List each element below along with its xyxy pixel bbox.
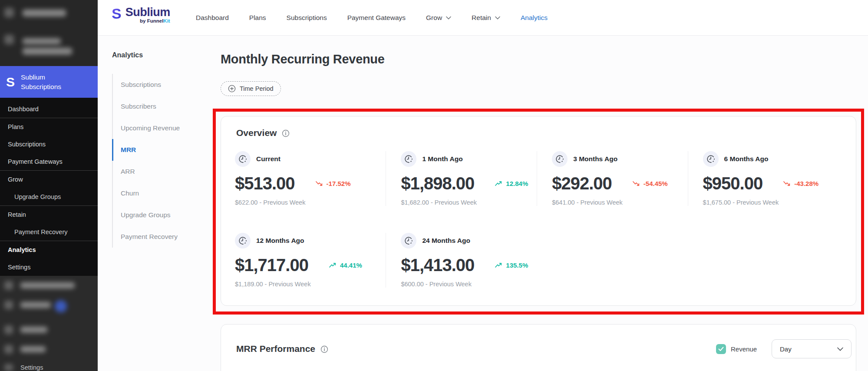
redacted-menu-label: [20, 346, 46, 352]
sidenav-item-subscribers[interactable]: Subscribers: [113, 96, 203, 117]
stat-label: Current: [256, 155, 281, 163]
trend-down-arrow-icon: [632, 180, 640, 187]
redacted-menu-label: [20, 282, 75, 288]
tab-grow[interactable]: Grow: [426, 14, 451, 22]
clock-icon: [552, 151, 568, 167]
sublium-logo-icon: S: [112, 6, 122, 21]
tab-analytics[interactable]: Analytics: [521, 14, 548, 22]
sidebar-item-retain[interactable]: Retain: [0, 206, 98, 223]
sidebar-item-analytics[interactable]: Analytics: [0, 241, 98, 258]
sidebar-item-grow[interactable]: Grow: [0, 171, 98, 188]
redacted-menu-label: [20, 327, 47, 333]
sidenav-item-subscriptions[interactable]: Subscriptions: [113, 74, 203, 96]
stat-previous: $622.00 - Previous Week: [235, 199, 377, 206]
time-period-button[interactable]: Time Period: [221, 81, 281, 96]
overview-stats-row-2: 12 Months Ago $1,717.00 44.41% $1,189.00…: [221, 233, 856, 288]
time-period-label: Time Period: [240, 85, 274, 92]
settings-icon: [4, 364, 13, 371]
sublium-logo-icon: S: [6, 75, 21, 89]
redacted-menu-label: [23, 10, 66, 17]
sidebar-item-settings[interactable]: Settings: [0, 258, 98, 276]
wp-sidebar-top-section: [0, 0, 98, 66]
sidenav-item-payment-recovery[interactable]: Payment Recovery: [113, 226, 203, 248]
tab-dashboard[interactable]: Dashboard: [196, 14, 229, 22]
trend-percent: -54.45%: [644, 180, 668, 187]
brand-logo: S Sublium by FunnelKit: [112, 6, 170, 24]
trend-down-indicator: -43.28%: [782, 180, 818, 187]
top-navigation: Dashboard Plans Subscriptions Payment Ga…: [196, 0, 548, 35]
clock-icon: [235, 151, 251, 167]
sidenav-item-upgrade-groups[interactable]: Upgrade Groups: [113, 204, 203, 226]
brand-name: Sublium: [125, 6, 170, 18]
analytics-side-nav: Subscriptions Subscribers Upcoming Reven…: [112, 74, 203, 248]
sidebar-item-payment-gateways[interactable]: Payment Gateways: [0, 153, 98, 170]
trend-down-arrow-icon: [782, 180, 791, 187]
info-icon[interactable]: [320, 345, 328, 353]
stat-3-months-ago: 3 Months Ago $292.00 -54.45% $641.00 - P…: [537, 151, 687, 206]
tab-payment-gateways[interactable]: Payment Gateways: [347, 14, 406, 22]
stat-previous: $600.00 - Previous Week: [401, 281, 528, 288]
app-window: S Sublium Subscriptions Dashboard Plans …: [0, 0, 868, 371]
content-area: Analytics Subscriptions Subscribers Upco…: [98, 36, 868, 371]
trend-down-arrow-icon: [315, 180, 323, 187]
trend-percent: 12.84%: [506, 180, 528, 187]
tab-retain[interactable]: Retain: [472, 14, 500, 22]
redacted-menu-icon: [4, 345, 13, 354]
redacted-menu-icon: [4, 8, 14, 17]
redacted-menu-icon: [4, 325, 13, 334]
stat-value: $292.00: [552, 174, 612, 193]
trend-up-indicator: 44.41%: [328, 262, 362, 269]
wp-sidebar-bottom-section: Settings: [0, 276, 98, 371]
clock-icon: [703, 151, 719, 167]
check-icon: [718, 347, 724, 351]
sidebar-item-dashboard[interactable]: Dashboard: [0, 100, 98, 118]
trend-percent: -17.52%: [327, 180, 351, 187]
trend-up-arrow-icon: [494, 180, 503, 187]
sidebar-item-upgrade-groups[interactable]: Upgrade Groups: [0, 188, 98, 205]
stat-12-months-ago: 12 Months Ago $1,717.00 44.41% $1,189.00…: [235, 233, 386, 288]
trend-percent: 44.41%: [340, 262, 362, 269]
sidebar-item-subscriptions[interactable]: Subscriptions: [0, 136, 98, 153]
stat-previous: $1,682.00 - Previous Week: [401, 199, 528, 206]
plus-circle-icon: [228, 85, 236, 93]
chevron-down-icon: [446, 16, 451, 20]
sidenav-item-upcoming-revenue[interactable]: Upcoming Revenue: [113, 117, 203, 139]
stat-value: $1,717.00: [235, 255, 308, 275]
stat-24-months-ago: 24 Months Ago $1,413.00 135.5% $600.00 -…: [386, 233, 537, 288]
stat-value: $513.00: [235, 174, 295, 193]
stat-value: $950.00: [703, 174, 763, 193]
trend-down-indicator: -17.52%: [315, 180, 351, 187]
tab-subscriptions[interactable]: Subscriptions: [287, 14, 327, 22]
stat-previous: $1,189.00 - Previous Week: [235, 281, 377, 288]
clock-icon: [401, 233, 416, 248]
stat-label: 12 Months Ago: [256, 237, 304, 245]
sidenav-item-mrr[interactable]: MRR: [113, 139, 203, 161]
analytics-section-heading: Analytics: [112, 51, 143, 59]
stat-6-months-ago: 6 Months Ago $950.00 -43.28% $1,675.00 -…: [688, 151, 838, 206]
revenue-checkbox[interactable]: [716, 344, 726, 354]
info-icon[interactable]: [282, 129, 290, 137]
sidenav-item-churn[interactable]: Churn: [113, 182, 203, 204]
trend-up-arrow-icon: [328, 262, 337, 268]
tab-plans[interactable]: Plans: [249, 14, 266, 22]
sidebar-item-payment-recovery[interactable]: Payment Recovery: [0, 223, 98, 241]
redacted-menu-icon: [4, 301, 13, 309]
sidebar-item-sublium-subscriptions[interactable]: S Sublium Subscriptions: [0, 66, 98, 98]
mrr-performance-title: MRR Performance: [236, 344, 315, 354]
clock-icon: [401, 151, 416, 167]
sidebar-item-plans[interactable]: Plans: [0, 118, 98, 136]
chevron-down-icon: [495, 16, 500, 20]
stat-previous: $641.00 - Previous Week: [552, 199, 679, 206]
sidebar-active-label: Sublium Subscriptions: [21, 73, 77, 92]
interval-dropdown[interactable]: Day: [772, 339, 851, 358]
sidenav-item-arr[interactable]: ARR: [113, 161, 203, 182]
wp-admin-sidebar: S Sublium Subscriptions Dashboard Plans …: [0, 0, 98, 371]
sidebar-bottom-settings-label: Settings: [20, 364, 43, 371]
trend-percent: -43.28%: [794, 180, 818, 187]
revenue-checkbox-label: Revenue: [731, 345, 757, 353]
stat-current: Current $513.00 -17.52% $622.00 - Previo…: [235, 151, 386, 206]
stat-label: 24 Months Ago: [422, 237, 470, 245]
redacted-menu-label: [23, 48, 72, 55]
clock-icon: [235, 233, 251, 248]
brand-byline: by FunnelKit: [140, 18, 170, 24]
